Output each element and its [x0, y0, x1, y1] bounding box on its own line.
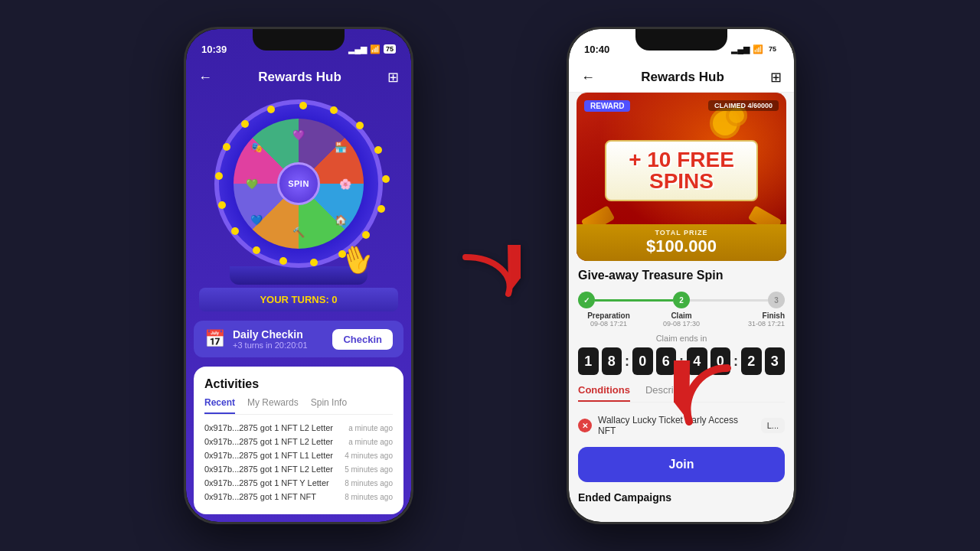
- step-label-1: Preparation 09-08 17:21: [578, 311, 639, 328]
- phone1-nav-title: Rewards Hub: [258, 70, 341, 85]
- activity-text: 0x917b...2875 got 1 NFT L2 Letter: [204, 437, 333, 446]
- wheel-turns: YOUR TURNS: 0: [199, 288, 398, 311]
- svg-point-8: [310, 259, 318, 266]
- step-3: 3: [768, 292, 785, 308]
- svg-point-14: [223, 143, 230, 151]
- activity-time: a minute ago: [348, 438, 393, 446]
- checkin-icon: 📅: [204, 329, 225, 349]
- activity-text: 0x917b...2875 got 1 NFT NFT: [204, 492, 316, 501]
- spins-text: + 10 FREE SPINS: [606, 149, 756, 192]
- phone1-notch: [253, 29, 345, 51]
- phone1-nav-icon[interactable]: ⊞: [387, 69, 399, 86]
- spin-wheel[interactable]: 💜 🏪 🎭 💙 🔨 🏠 🌸 💚 SPIN: [214, 99, 383, 268]
- svg-point-1: [330, 106, 338, 114]
- phone2-back-button[interactable]: ←: [581, 70, 595, 86]
- activities-title: Activities: [204, 377, 393, 391]
- join-button[interactable]: Join: [578, 447, 785, 482]
- seg-icon-3: 🎭: [250, 142, 263, 153]
- arrow-container: [459, 237, 521, 314]
- activity-text: 0x917b...2875 got 1 NFT L2 Letter: [204, 423, 333, 432]
- signal-icon: ▂▄▆: [348, 44, 367, 54]
- phone2-nav-icon[interactable]: ⊞: [770, 69, 782, 86]
- phone1-status-icons: ▂▄▆ 📶 75: [348, 44, 396, 54]
- prize-amount: $100.000: [581, 236, 782, 256]
- giveaway-title: Give-away Treasure Spin: [578, 269, 785, 282]
- battery-badge: 75: [766, 44, 779, 54]
- phone2-nav-title: Rewards Hub: [641, 70, 724, 85]
- tab-conditions[interactable]: Conditions: [578, 384, 630, 402]
- phone2-time: 10:40: [584, 44, 609, 55]
- seg-icon-7: 🌸: [339, 178, 351, 190]
- transition-arrow: [459, 245, 521, 306]
- activity-text: 0x917b...2875 got 1 NFT L2 Letter: [204, 465, 333, 474]
- ongoing-campaigns-title: OnGoing Campaigns: [186, 514, 411, 522]
- wifi-icon: 📶: [370, 44, 381, 54]
- svg-point-0: [299, 102, 307, 109]
- signal-icon: ▂▄▆: [731, 44, 750, 54]
- svg-point-4: [382, 175, 390, 183]
- bottom-arrow: [674, 360, 735, 429]
- wheel-area: 💜 🏪 🎭 💙 🔨 🏠 🌸 💚 SPIN: [186, 92, 411, 311]
- wheel-center[interactable]: SPIN: [277, 162, 320, 205]
- step-label-2: Claim 09-08 17:30: [651, 311, 712, 328]
- condition-x-icon: ✕: [578, 419, 592, 432]
- bottom-arrow-container: [674, 360, 735, 432]
- tab-spin-info[interactable]: Spin Info: [311, 397, 347, 414]
- activity-text: 0x917b...2875 got 1 NFT Y Letter: [204, 478, 329, 487]
- phone1-back-button[interactable]: ←: [198, 70, 212, 86]
- wifi-icon: 📶: [753, 44, 763, 54]
- activity-time: a minute ago: [348, 424, 393, 432]
- svg-point-13: [215, 172, 223, 180]
- activity-row: 0x917b...2875 got 1 NFT L2 Letter 5 minu…: [204, 462, 393, 476]
- activity-time: 8 minutes ago: [345, 479, 393, 487]
- checkin-button[interactable]: Checkin: [332, 329, 393, 350]
- phone2-status-icons: ▂▄▆ 📶 75: [731, 44, 779, 54]
- condition-action-button[interactable]: L...: [761, 418, 785, 433]
- checkin-info: 📅 Daily Checkin +3 turns in 20:20:01: [204, 328, 308, 350]
- step-line-2: [690, 299, 768, 302]
- activity-row: 0x917b...2875 got 1 NFT L2 Letter a minu…: [204, 435, 393, 448]
- phone-2: 10:40 ▂▄▆ 📶 75 ← Rewards Hub ⊞ REW: [567, 27, 796, 524]
- countdown-digit-3: 0: [632, 347, 653, 375]
- svg-point-2: [356, 122, 364, 129]
- battery-badge: 75: [384, 44, 396, 54]
- activity-time: 4 minutes ago: [345, 452, 393, 460]
- ticket-banner: + 10 FREE SPINS: [605, 140, 758, 201]
- step-label-3: Finish 31-08 17:21: [724, 311, 785, 328]
- checkin-title: Daily Checkin: [233, 328, 308, 341]
- wheel-inner: 💜 🏪 🎭 💙 🔨 🏠 🌸 💚 SPIN: [234, 119, 364, 249]
- activity-row: 0x917b...2875 got 1 NFT L1 Letter 4 minu…: [204, 448, 393, 462]
- phone2-notch: [635, 29, 727, 51]
- step-2: 2: [673, 292, 690, 308]
- activity-row: 0x917b...2875 got 1 NFT NFT 8 minutes ag…: [204, 490, 393, 504]
- activities-tabs: Recent My Rewards Spin Info: [204, 397, 393, 415]
- activity-list: 0x917b...2875 got 1 NFT L2 Letter a minu…: [204, 421, 393, 504]
- checkin-text: Daily Checkin +3 turns in 20:20:01: [233, 328, 308, 350]
- countdown-digit-2: 8: [602, 347, 622, 375]
- claimed-tag: CLAIMED 4/60000: [708, 100, 779, 111]
- phone2-nav-bar: ← Rewards Hub ⊞: [569, 63, 794, 93]
- checkin-card: 📅 Daily Checkin +3 turns in 20:20:01 Che…: [194, 321, 403, 357]
- tab-recent[interactable]: Recent: [204, 397, 235, 414]
- svg-point-9: [279, 257, 287, 265]
- prize-label: TOTAL PRIZE: [581, 229, 782, 236]
- seg-icon-5: 🔨: [292, 227, 305, 238]
- step-labels: Preparation 09-08 17:21 Claim 09-08 17:3…: [578, 311, 785, 328]
- tab-my-rewards[interactable]: My Rewards: [247, 397, 299, 414]
- seg-icon-6: 🏠: [335, 214, 347, 226]
- phone1-nav-bar: ← Rewards Hub ⊞: [186, 63, 411, 92]
- ended-campaigns-title: Ended Campaigns: [578, 488, 785, 504]
- svg-point-15: [241, 120, 249, 128]
- reward-tag: REWARD: [584, 100, 630, 112]
- prize-box: TOTAL PRIZE $100.000: [577, 224, 786, 261]
- svg-point-16: [267, 106, 275, 113]
- phone-1: 10:39 ▂▄▆ 📶 75 ← Rewards Hub ⊞: [184, 27, 413, 524]
- seg-icon-4: 💙: [250, 214, 263, 226]
- claim-ends-label: Claim ends in: [578, 334, 785, 343]
- svg-point-5: [377, 205, 385, 213]
- svg-point-12: [218, 201, 226, 209]
- seg-icon-8: 💚: [246, 178, 258, 190]
- seg-icon-1: 💜: [292, 129, 305, 141]
- countdown-digit-8: 3: [765, 347, 786, 375]
- svg-point-10: [253, 246, 260, 254]
